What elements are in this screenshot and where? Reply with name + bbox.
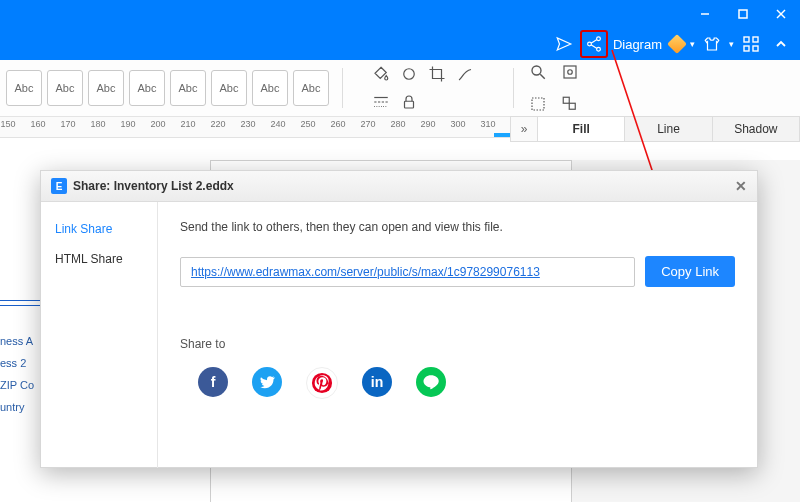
dialog-nav: Link Share HTML Share [41,202,158,468]
dialog-title: Share: Inventory List 2.eddx [73,179,234,193]
caret-down-icon[interactable]: ▾ [729,39,734,49]
field-label: ness A [0,330,34,352]
caret-down-icon[interactable]: ▾ [690,39,695,49]
tab-shadow[interactable]: Shadow [713,116,800,142]
linkedin-icon[interactable]: in [362,367,392,397]
ruler-tick: 250 [298,119,318,129]
close-dialog-button[interactable]: ✕ [735,178,747,194]
share-icon[interactable] [581,31,607,57]
dialog-content: Send the link to others, then they can o… [158,202,757,468]
ruler-tick: 260 [328,119,348,129]
svg-rect-10 [753,37,758,42]
share-url[interactable]: https://www.edrawmax.com/server/public/s… [191,265,540,279]
collapse-ribbon-icon[interactable] [768,31,794,57]
line-style-icon[interactable] [370,91,392,113]
instruction-text: Send the link to others, then they can o… [180,220,735,234]
field-label: untry [0,396,34,418]
svg-rect-22 [532,98,544,110]
select-tool-icon[interactable] [527,93,549,115]
tab-line[interactable]: Line [625,116,712,142]
share-url-box[interactable]: https://www.edrawmax.com/server/public/s… [180,257,635,287]
style-preset[interactable]: Abc [6,70,42,106]
line-icon[interactable] [416,367,446,397]
fit-page-icon[interactable] [559,61,581,83]
zoom-tool-icon[interactable] [527,61,549,83]
ruler-tick: 180 [88,119,108,129]
apps-icon[interactable] [738,31,764,57]
social-buttons: f in [180,367,735,399]
svg-rect-24 [569,103,575,109]
svg-line-19 [540,74,545,79]
share-dialog: E Share: Inventory List 2.eddx ✕ Link Sh… [40,170,758,468]
nav-link-share[interactable]: Link Share [41,214,157,244]
svg-line-8 [591,45,597,49]
dialog-header: E Share: Inventory List 2.eddx ✕ [41,171,757,202]
ruler-tick: 160 [28,119,48,129]
field-label: ZIP Co [0,374,34,396]
style-preset[interactable]: Abc [47,70,83,106]
document-title: Diagram [611,37,664,52]
svg-rect-11 [744,46,749,51]
sidebar-fields: ness A ess 2 ZIP Co untry [0,330,34,418]
style-preset[interactable]: Abc [88,70,124,106]
facebook-icon[interactable]: f [198,367,228,397]
svg-rect-23 [563,97,569,103]
diamond-icon [667,34,687,54]
send-icon[interactable] [551,31,577,57]
style-preset[interactable]: Abc [252,70,288,106]
ruler-tick: 280 [388,119,408,129]
style-preset[interactable]: Abc [211,70,247,106]
ribbon: Abc Abc Abc Abc Abc Abc Abc Abc [0,60,800,117]
svg-rect-20 [564,66,576,78]
minimize-button[interactable] [686,0,724,28]
tool-group [370,63,500,113]
ruler-tick: 170 [58,119,78,129]
twitter-icon[interactable] [252,367,282,397]
svg-rect-1 [739,10,747,18]
maximize-button[interactable] [724,0,762,28]
ruler-tick: 230 [238,119,258,129]
ruler-tick: 240 [268,119,288,129]
crop-tool-icon[interactable] [426,63,448,85]
close-window-button[interactable] [762,0,800,28]
shirt-icon[interactable] [699,31,725,57]
ruler-tick: 200 [148,119,168,129]
svg-line-7 [591,40,597,44]
separator [342,68,343,108]
svg-point-21 [568,70,573,75]
app-logo-icon: E [51,178,67,194]
pinterest-icon[interactable] [306,367,338,399]
copy-link-button[interactable]: Copy Link [645,256,735,287]
share-to-label: Share to [180,337,735,351]
ruler-tick: 290 [418,119,438,129]
line-tool-icon[interactable] [454,63,476,85]
lock-tool-icon[interactable] [398,91,420,113]
ruler-tick: 300 [448,119,468,129]
expand-panel-icon[interactable]: » [510,116,538,142]
ruler-tick: 310 [478,119,498,129]
style-preset[interactable]: Abc [293,70,329,106]
field-label: ess 2 [0,352,34,374]
nav-html-share[interactable]: HTML Share [41,244,157,274]
ruler-tick: 270 [358,119,378,129]
ruler-tick: 150 [0,119,18,129]
format-panel-tabs: » Fill Line Shadow [510,116,800,140]
fill-tool-icon[interactable] [370,63,392,85]
svg-point-13 [404,69,415,80]
tab-fill[interactable]: Fill [538,116,625,142]
ruler-tick: 210 [178,119,198,129]
ruler-tick: 220 [208,119,228,129]
menubar: Diagram ▾ ▾ [0,28,800,60]
separator [513,68,514,108]
svg-rect-17 [405,101,414,108]
shape-tool-icon[interactable] [398,63,420,85]
style-preset[interactable]: Abc [129,70,165,106]
ruler-tick: 190 [118,119,138,129]
svg-rect-12 [753,46,758,51]
svg-rect-9 [744,37,749,42]
group-tool-icon[interactable] [559,93,581,115]
svg-point-18 [532,66,541,75]
titlebar [0,0,800,28]
style-preset[interactable]: Abc [170,70,206,106]
